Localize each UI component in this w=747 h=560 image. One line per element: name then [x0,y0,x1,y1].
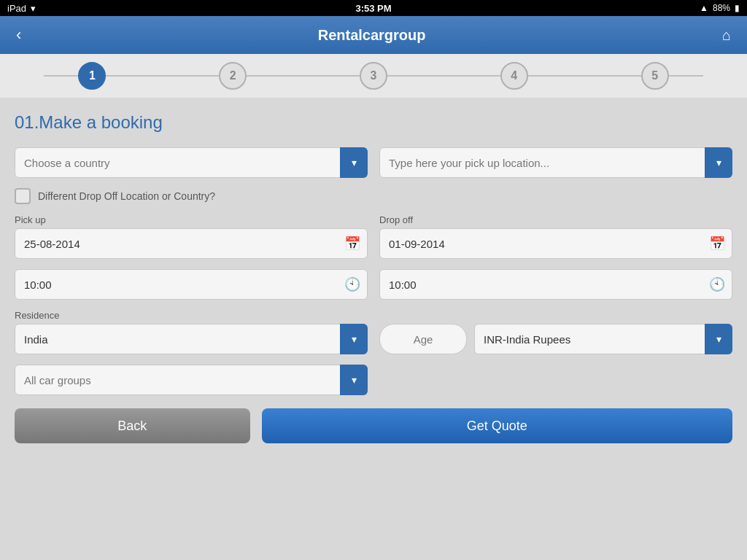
currency-input[interactable] [474,324,732,354]
age-currency-wrap: ▾ [379,324,732,354]
car-group-wrap: ▾ [15,365,368,395]
back-button[interactable]: Back [15,408,250,443]
carrier-label: iPad [7,3,26,14]
wifi-icon: ▾ [31,3,36,14]
country-dropdown-arrow[interactable]: ▾ [340,147,368,178]
section-title: 01.Make a booking [15,112,732,133]
app-title: Rentalcargroup [318,27,426,44]
age-currency-col: ▾ [379,310,732,354]
pickup-time-col: 🕙 [15,269,368,300]
car-group-row: ▾ [15,365,732,395]
pickup-label: Pick up [15,214,368,225]
dropoff-time-wrap: 🕙 [379,269,732,300]
signal-icon: ▲ [700,3,708,13]
back-button[interactable]: ‹ [10,23,27,47]
dropoff-date-col: Drop off 📅 [379,214,732,259]
main-content: 01.Make a booking ▾ ▾ Different Drop Off… [0,98,747,560]
pickup-date-col: Pick up 📅 [15,214,368,259]
step-4[interactable]: 4 [500,62,528,90]
currency-wrap: ▾ [474,324,732,354]
status-bar: iPad ▾ 3:53 PM ▲ 88% ▮ [0,0,747,16]
step-2[interactable]: 2 [219,62,247,90]
residence-input[interactable] [15,324,368,354]
residence-label: Residence [15,310,368,321]
country-col: ▾ [15,147,368,178]
home-button[interactable]: ⌂ [716,24,737,47]
battery-label: 88% [713,3,730,13]
country-input[interactable] [15,147,368,178]
car-group-input[interactable] [15,365,368,395]
step-5[interactable]: 5 [641,62,669,90]
dropoff-time-col: 🕙 [379,269,732,300]
pickup-location-col: ▾ [379,147,732,178]
pickup-time-wrap: 🕙 [15,269,368,300]
dropoff-date-wrap: 📅 [379,228,732,259]
dropoff-checkbox-row: Different Drop Off Location or Country? [15,188,732,204]
currency-dropdown-arrow[interactable]: ▾ [705,324,732,354]
residence-wrap: ▾ [15,324,368,354]
age-currency-spacer [379,310,732,321]
step-3[interactable]: 3 [360,62,387,90]
battery-icon: ▮ [735,3,740,13]
age-input[interactable] [379,324,467,354]
dropoff-date-input[interactable] [379,228,732,259]
progress-stepper: 1 2 3 4 5 [0,54,747,98]
step-1[interactable]: 1 [78,62,106,90]
time-row: 🕙 🕙 [15,269,732,300]
status-right: ▲ 88% ▮ [700,3,740,13]
country-pickup-row: ▾ ▾ [15,147,732,178]
dropoff-label: Drop off [379,214,732,225]
residence-dropdown-arrow[interactable]: ▾ [340,324,368,354]
country-wrap: ▾ [15,147,368,178]
dropoff-time-input[interactable] [379,269,732,300]
currency-col: ▾ [474,324,732,354]
pickup-time-input[interactable] [15,269,368,300]
pickup-location-dropdown-arrow[interactable]: ▾ [705,147,732,178]
dropoff-checkbox[interactable] [15,188,31,204]
pickup-date-input[interactable] [15,228,368,259]
car-group-col: ▾ [15,365,368,395]
pickup-date-wrap: 📅 [15,228,368,259]
residence-age-row: Residence ▾ ▾ [15,310,732,354]
residence-col: Residence ▾ [15,310,368,354]
button-row: Back Get Quote [15,408,732,443]
header: ‹ Rentalcargroup ⌂ [0,16,747,54]
pickup-location-wrap: ▾ [379,147,732,178]
status-time: 3:53 PM [355,3,391,14]
pickup-location-input[interactable] [379,147,732,178]
date-row: Pick up 📅 Drop off 📅 [15,214,732,259]
car-group-dropdown-arrow[interactable]: ▾ [340,365,368,395]
status-left: iPad ▾ [7,3,36,14]
get-quote-button[interactable]: Get Quote [262,408,732,443]
dropoff-checkbox-label: Different Drop Off Location or Country? [38,190,215,202]
